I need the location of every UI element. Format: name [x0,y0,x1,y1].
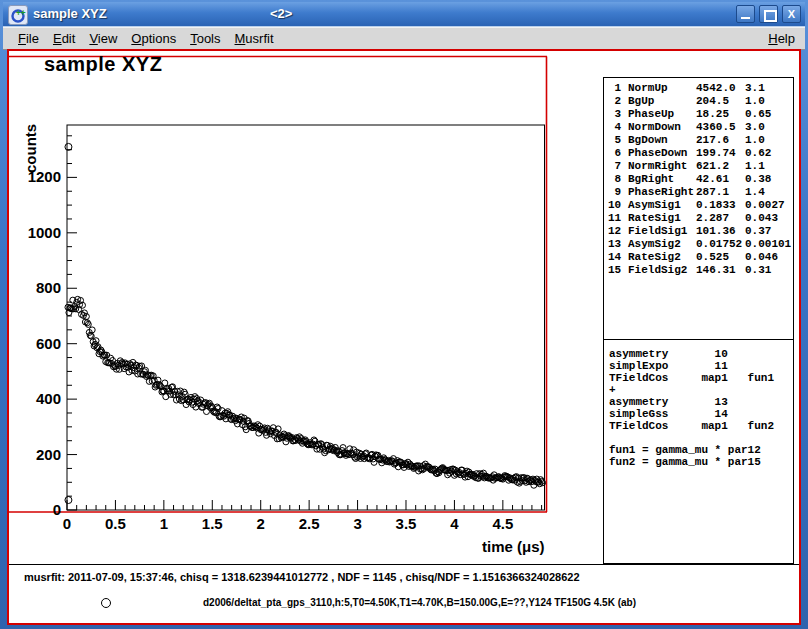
panel-divider [604,339,793,340]
menu-item-edit[interactable]: Edit [46,30,82,47]
titlebar[interactable]: ++ sample XYZ <2> X [3,2,805,27]
info-pad-separator [9,564,799,565]
svg-text:0.5: 0.5 [105,515,126,532]
param-row: 5BgDown217.61.0 [604,134,793,147]
param-row: 11RateSig12.2870.043 [604,212,793,225]
maximize-icon [764,10,777,22]
legend-open-circle-icon [101,598,111,608]
svg-text:1000: 1000 [28,224,61,241]
menu-item-view[interactable]: View [82,30,124,47]
fit-status-line: musrfit: 2011-07-09, 15:37:46, chisq = 1… [24,571,580,583]
menu-item-tools[interactable]: Tools [183,30,227,47]
param-row: 6PhaseDown199.740.62 [604,147,793,160]
param-row: 12FieldSig1101.360.37 [604,225,793,238]
svg-text:time (μs): time (μs) [482,538,545,555]
svg-text:400: 400 [36,390,61,407]
workspace-indicator: <2> [270,6,292,21]
menubar: FileEditViewOptionsToolsMusrfit Help [3,27,805,50]
parameter-table: 1NormUp4542.03.12BgUp204.51.03PhaseUp18.… [604,82,793,277]
svg-text:counts: counts [22,124,39,173]
param-row: 9PhaseRight287.11.4 [604,186,793,199]
param-row: 4NormDown4360.53.0 [604,121,793,134]
svg-text:1.5: 1.5 [202,515,223,532]
main-plot-pad[interactable]: 00.511.522.533.544.502004006008001000120… [9,51,601,565]
param-row: 7NormRight621.21.1 [604,160,793,173]
right-panel: 1NormUp4542.03.12BgUp204.51.03PhaseUp18.… [603,77,794,564]
svg-text:2.5: 2.5 [299,515,320,532]
root-canvas[interactable]: 00.511.522.533.544.502004006008001000120… [7,49,801,625]
svg-text:200: 200 [36,446,61,463]
minimize-button[interactable] [736,5,755,23]
param-row: 2BgUp204.51.0 [604,95,793,108]
musrview-window: ++ sample XYZ <2> X FileEditViewOptionsT… [0,0,808,629]
legend-run-title: d2006/deltat_pta_gps_3110,h:5,T0=4.50K,T… [203,597,636,608]
param-row: 3PhaseUp18.250.65 [604,108,793,121]
svg-text:1: 1 [160,515,168,532]
svg-text:2: 2 [257,515,265,532]
menu-item-help[interactable]: Help [758,30,805,47]
param-row: 10AsymSig10.18330.0027 [604,199,793,212]
menu-item-file[interactable]: File [11,30,46,47]
menu-item-options[interactable]: Options [124,30,183,47]
svg-text:++: ++ [16,8,26,17]
param-row: 13AsymSig20.017520.00101 [604,238,793,251]
close-button[interactable]: X [782,5,801,23]
svg-text:4.5: 4.5 [492,515,513,532]
svg-text:0: 0 [63,515,71,532]
param-row: 8BgRight42.610.38 [604,173,793,186]
window-title: sample XYZ [33,6,107,21]
svg-text:600: 600 [36,335,61,352]
param-row: 15FieldSig2146.310.31 [604,264,793,277]
maximize-button[interactable] [759,5,778,23]
svg-text:4: 4 [450,515,459,532]
close-icon: X [788,8,795,20]
svg-text:0: 0 [53,501,61,518]
theory-block: asymmetry 10 simplExpo 11 TFieldCos map1… [609,348,774,468]
param-row: 14RateSig20.5250.046 [604,251,793,264]
param-row: 1NormUp4542.03.1 [604,82,793,95]
svg-text:3.5: 3.5 [396,515,417,532]
menu-item-musrfit[interactable]: Musrfit [228,30,281,47]
root-app-icon: ++ [8,5,28,25]
minimize-icon [741,17,750,19]
svg-text:3: 3 [353,515,361,532]
plot-title: sample XYZ [44,53,162,76]
svg-text:800: 800 [36,279,61,296]
